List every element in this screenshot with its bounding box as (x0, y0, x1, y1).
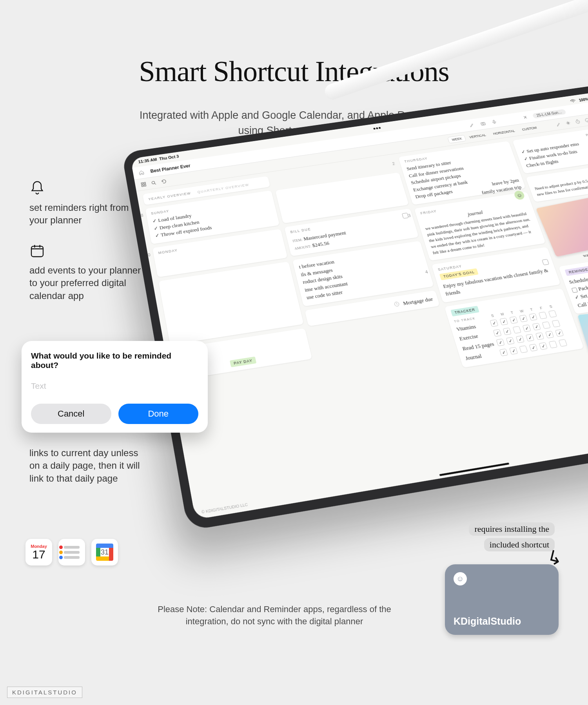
shortcut-tile-label: KDigitalStudio (454, 616, 550, 627)
ipad-screen: 11:35 AM Thu Oct 3 100% Best Planner Eve… (131, 91, 588, 520)
svg-point-12 (584, 118, 588, 122)
grid-icon[interactable] (140, 181, 147, 187)
refresh-icon[interactable] (161, 178, 167, 184)
app-icons: Monday 17 31 (25, 539, 118, 565)
quarterly-overview-tab[interactable]: QUARTERLY OVERVIEW (197, 183, 250, 194)
clock-icon (393, 301, 401, 308)
bottom-note: Please Note: Calendar and Reminder apps,… (153, 604, 396, 628)
yearly-overview-tab[interactable]: YEARLY OVERVIEW (148, 191, 191, 201)
smile-tile-icon: ☺ (454, 572, 467, 585)
page-title: Smart Shortcut Integrations (0, 55, 588, 88)
dialog-heading: What would you like to be reminded about… (31, 351, 198, 370)
check-icon[interactable] (542, 259, 549, 265)
requires-label: requires installing the included shortcu… (469, 521, 555, 553)
wifi-icon (570, 99, 577, 103)
sparkle-icon[interactable] (564, 120, 572, 126)
cancel-button[interactable]: Cancel (31, 404, 111, 424)
camera-icon[interactable] (480, 121, 487, 126)
svg-point-10 (152, 181, 155, 184)
home-icon[interactable] (138, 170, 145, 176)
shortcut-tile[interactable]: ☺ KDigitalStudio (445, 564, 559, 635)
done-button[interactable]: Done (118, 404, 199, 424)
svg-rect-6 (141, 183, 143, 184)
tracker-card[interactable]: TRACKER TO TRACK SMTWTFS Vitamins Exerci… (445, 288, 584, 368)
timer-icon[interactable] (574, 119, 581, 124)
watermark: KDIGITALSTUDIO (7, 687, 82, 698)
calendar-icon (29, 243, 45, 259)
ipad-device: 11:35 AM Thu Oct 3 100% Best Planner Eve… (122, 83, 588, 531)
tool-pencil-icon[interactable] (555, 121, 562, 127)
reminder-input[interactable] (31, 377, 198, 395)
planner-board: YEARLY OVERVIEW QUARTERLY OVERVIEW 28 SU… (136, 122, 588, 520)
doc-pill[interactable]: 25-L-LM-Sun… (532, 109, 566, 119)
svg-rect-0 (31, 246, 43, 257)
payday-tag: PAY DAY (230, 356, 256, 367)
svg-rect-9 (144, 185, 146, 186)
doc-title: Best Planner Ever (150, 163, 191, 174)
blurb-links: links to current day unless on a daily p… (29, 447, 147, 485)
smile-icon[interactable] (584, 117, 588, 123)
mic-icon[interactable] (491, 119, 498, 125)
svg-rect-7 (144, 182, 146, 184)
svg-rect-5 (493, 120, 495, 122)
svg-rect-3 (481, 122, 485, 125)
search-icon[interactable] (151, 180, 157, 186)
reminder-dialog: What would you like to be reminded about… (22, 341, 208, 433)
bell-icon (29, 180, 45, 196)
apple-calendar-icon: Monday 17 (25, 539, 52, 565)
blurb-events: add events to your planner to your prefe… (29, 243, 147, 302)
apple-reminders-icon (58, 539, 85, 565)
svg-point-4 (482, 123, 485, 125)
svg-rect-8 (142, 185, 143, 186)
pencil-icon[interactable] (468, 122, 475, 128)
google-calendar-icon: 31 (91, 539, 118, 565)
